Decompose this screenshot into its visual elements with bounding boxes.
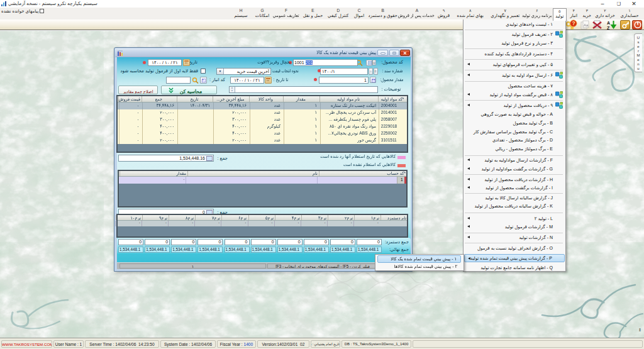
svg-text:Z: Z bbox=[607, 26, 610, 30]
svg-text:?: ? bbox=[572, 20, 575, 26]
svg-text:Aa: Aa bbox=[584, 23, 589, 27]
svg-text:A: A bbox=[607, 21, 610, 25]
